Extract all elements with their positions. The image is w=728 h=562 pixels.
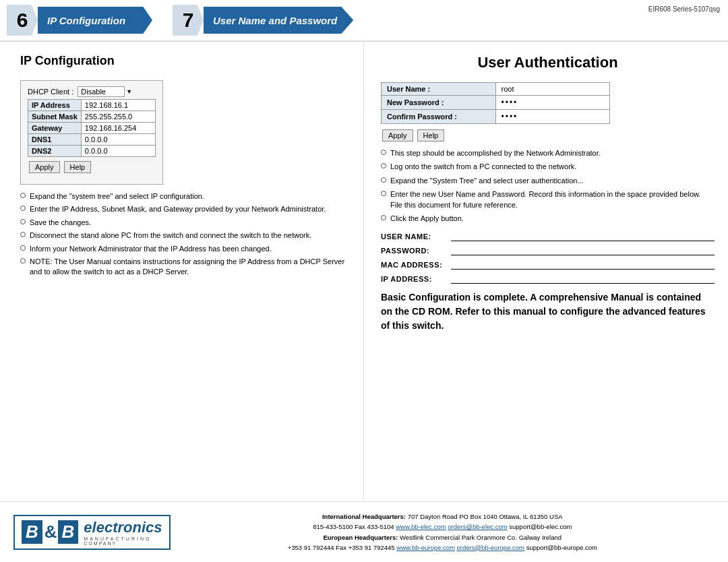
right-apply-button[interactable]: Apply [382,129,413,142]
table-row: Subnet Mask 255.255.255.0 [28,111,156,123]
dhcp-client-value[interactable]: Disable [78,86,125,97]
mac-write-field: MAC ADDRESS: [381,260,715,270]
logo-manufacturing-text: MANUFACTURING [84,536,162,541]
gateway-label: Gateway [28,123,82,134]
password-write-label: PASSWORD: [381,247,448,255]
right-button-row: Apply Help [381,129,715,142]
list-item: NOTE: The User Manual contains instructi… [20,257,350,278]
bullet-text: Log onto the switch from a PC connected … [390,162,576,172]
left-header-group: 6 IP Configuration [7,5,152,36]
dhcp-client-row: DHCP Client : Disable ▼ [28,86,156,97]
bullet-text: Disconnect the stand alone PC from the s… [30,230,311,241]
username-value[interactable]: root [495,83,610,96]
list-item: Disconnect the stand alone PC from the s… [20,230,350,241]
bullet-text: Inform your Network Administrator that t… [30,244,272,254]
step-7-badge: 7 [173,5,204,36]
confirm-password-label: Confirm Password : [382,110,496,124]
left-help-button[interactable]: Help [64,161,92,173]
bullet-icon [381,191,386,196]
auth-config-table: User Name : root New Password : •••• Con… [381,82,610,124]
subnet-mask-label: Subnet Mask [28,111,82,123]
dns2-value[interactable]: 0.0.0.0 [81,146,155,157]
table-row: IP Address 192.168.16.1 [28,100,156,111]
ip-address-value[interactable]: 192.168.16.1 [81,100,155,111]
list-item: Save the changes. [20,218,350,228]
password-write-line [451,246,715,255]
doc-reference: EIR608 Series-5107qsg [648,5,720,13]
list-item: Expand the "system tree" and select IP c… [20,191,350,201]
username-write-label: USER NAME: [381,232,448,241]
tab-user-name-password[interactable]: User Name and Password [204,7,353,34]
table-row: Gateway 192.168.16.254 [28,123,156,134]
password-write-field: PASSWORD: [381,246,715,255]
eu-web-link[interactable]: www.bb-europe.com [396,544,455,551]
bullet-text: This step should be accomplished by the … [390,148,601,158]
intl-orders-link[interactable]: orders@bb-elec.com [448,523,507,530]
table-row: DNS2 0.0.0.0 [28,146,156,157]
username-label: User Name : [382,83,496,96]
left-apply-button[interactable]: Apply [29,161,60,173]
intl-hq-label: International Headquarters: [322,513,406,520]
intl-contact-line: 815-433-5100 Fax 433-5104 www.bb-elec.co… [171,522,715,532]
intl-support: support@bb-elec.com [509,523,572,530]
eu-address: Westlink Commercial Park Oranmore Co. Ga… [400,534,562,541]
bullet-icon [20,193,26,198]
gateway-value[interactable]: 192.168.16.254 [81,123,155,134]
right-help-button[interactable]: Help [417,129,445,142]
bullet-icon [20,232,26,237]
dns1-value[interactable]: 0.0.0.0 [81,134,155,146]
dhcp-config-box: DHCP Client : Disable ▼ IP Address 192.1… [20,80,163,185]
new-password-value[interactable]: •••• [495,96,610,110]
bullet-icon [381,177,386,183]
eu-orders-link[interactable]: orders@bb-europe.com [457,544,524,551]
footer-info: International Headquarters: 707 Dayton R… [171,511,715,553]
right-panel: User Authentication User Name : root New… [364,42,728,500]
mac-write-line [451,260,715,270]
bullet-text: Save the changes. [30,218,91,228]
list-item: Expand the "System Tree" and select user… [381,176,715,186]
ip-config-table: IP Address 192.168.16.1 Subnet Mask 255.… [28,99,156,157]
bullet-icon [381,163,386,168]
tab-ip-configuration[interactable]: IP Configuration [38,7,152,34]
list-item: Log onto the switch from a PC connected … [381,162,715,172]
right-section-title: User Authentication [381,54,715,71]
list-item: This step should be accomplished by the … [381,148,715,158]
bullet-text: NOTE: The User Manual contains instructi… [30,257,350,278]
bullet-text: Enter the new User Name and Password. Re… [390,189,715,210]
list-item: Click the Apply button. [381,214,715,224]
bullet-text: Expand the "System Tree" and select user… [390,176,584,186]
eu-hq-label: European Headquarters: [323,534,398,541]
table-row: DNS1 0.0.0.0 [28,134,156,146]
right-bullet-list: This step should be accomplished by the … [381,148,715,224]
eu-contact-line: +353 91 792444 Fax +353 91 792445 www.bb… [171,542,715,553]
intl-hq-line: International Headquarters: 707 Dayton R… [171,511,715,522]
dhcp-dropdown-icon: ▼ [126,88,132,95]
dns2-label: DNS2 [28,146,82,157]
dns1-label: DNS1 [28,134,82,146]
bb-electronics-logo: B & B electronics MANUFACTURING COMPANY [13,515,171,550]
left-bullet-list: Expand the "system tree" and select IP c… [20,191,350,278]
bullet-icon [20,206,26,211]
table-row: User Name : root [382,83,610,96]
dhcp-client-label: DHCP Client : [28,88,73,96]
table-row: Confirm Password : •••• [382,110,610,124]
intl-phone: 815-433-5100 Fax 433-5104 [313,523,396,530]
bullet-icon [20,245,26,251]
ip-write-field: IP ADDRESS: [381,274,715,284]
subnet-mask-value[interactable]: 255.255.255.0 [81,111,155,123]
bullet-icon [381,150,386,155]
username-write-line [451,232,715,241]
eu-phone: +353 91 792444 Fax +353 91 792445 [288,544,397,551]
new-password-label: New Password : [382,96,496,110]
mac-write-label: MAC ADDRESS: [381,261,448,269]
main-content: IP Configuration DHCP Client : Disable ▼… [0,42,728,500]
logo-b-left: B [22,520,42,544]
page-header: 6 IP Configuration 7 User Name and Passw… [0,0,728,42]
username-write-field: USER NAME: [381,232,715,241]
list-item: Enter the new User Name and Password. Re… [381,189,715,210]
intl-web-link[interactable]: www.bb-elec.com [396,523,446,530]
logo-b-right: B [58,520,79,544]
confirm-password-value[interactable]: •••• [495,110,610,124]
bullet-icon [20,258,26,263]
intl-hq-address: 707 Dayton Road PO Box 1040 Ottawa, IL 6… [408,513,563,520]
